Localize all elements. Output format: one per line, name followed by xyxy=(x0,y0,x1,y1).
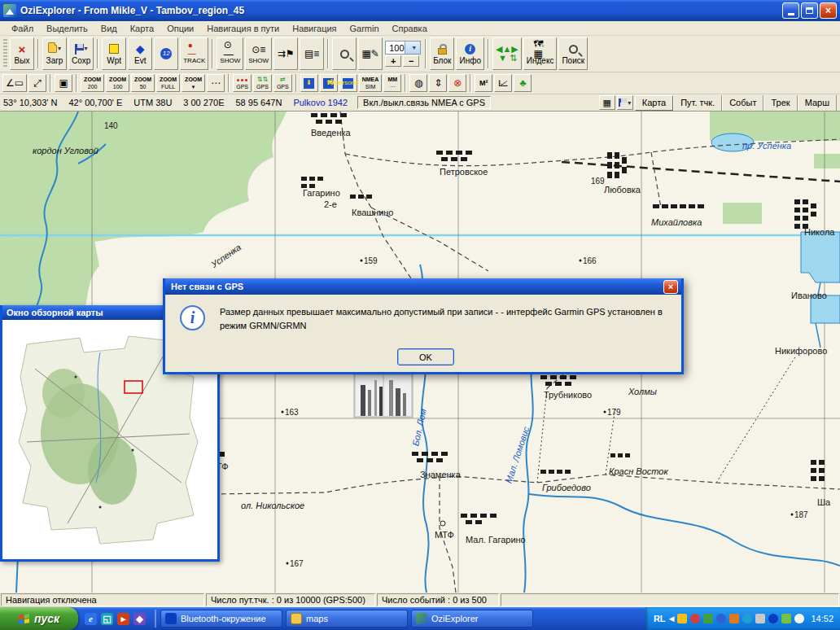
restore-button[interactable] xyxy=(801,2,818,19)
task-icon xyxy=(165,613,177,624)
toolbar-main: × Вых ▾ Загр ▾ Сохр Wpt ◆ Evt 12 ●— TRAC… xyxy=(0,36,840,72)
quicklaunch-browser-icon[interactable]: e xyxy=(85,613,97,625)
load-button[interactable]: ▾ Загр xyxy=(42,37,67,70)
panel-tab[interactable]: Событ xyxy=(722,95,763,111)
tray-icon-2[interactable] xyxy=(690,614,700,623)
panel-tab[interactable]: Пут. тчк. xyxy=(673,95,722,111)
panel-tab[interactable]: Карта xyxy=(635,95,673,111)
gps-updown-button[interactable]: ⇅⇅ GPS xyxy=(253,74,272,92)
nmea-toggle-hint[interactable]: Вкл./выкл.связь NMEA с GPS xyxy=(357,96,491,109)
more-button[interactable]: ⋯ xyxy=(207,74,225,92)
tray-icon-6[interactable] xyxy=(742,614,752,623)
menu-item[interactable]: Справка xyxy=(386,22,434,35)
close-button[interactable]: × xyxy=(820,2,837,19)
track-show-button[interactable]: ⊙— SHOW xyxy=(217,37,243,70)
anchor-button[interactable]: ⇕ xyxy=(429,74,447,92)
zoom-preset-button[interactable]: ZOOM 50 xyxy=(131,74,155,92)
pages-button[interactable]: ▣ xyxy=(55,74,72,92)
dialog-ok-button[interactable]: OK xyxy=(397,348,454,365)
area-button[interactable]: M² xyxy=(475,74,492,92)
status-bar: Навигация отключена Число пут.тчк. : 0 и… xyxy=(0,593,840,607)
system-tray: RL ◀ 14:52 xyxy=(645,607,840,630)
app-icon xyxy=(3,4,16,17)
dialog-title-bar[interactable]: Нет связи с GPS × xyxy=(165,278,681,295)
taskbar-clock[interactable]: 14:52 xyxy=(811,614,833,623)
dialog-close-button[interactable]: × xyxy=(663,280,678,294)
pan-arrows-button[interactable]: ◀▲▶ ▼ ⇅ xyxy=(492,37,522,70)
event-icon: ◆ xyxy=(133,43,147,55)
globe-button[interactable]: ◍ xyxy=(409,74,427,92)
zoom-preset-button[interactable]: ZOOM FULL xyxy=(156,74,180,92)
zoom-preset-button[interactable]: ZOOM 100 xyxy=(106,74,129,92)
menu-item[interactable]: Вид xyxy=(94,22,124,35)
search-button[interactable]: Поиск xyxy=(558,37,588,70)
zoom-select[interactable]: 100 ▼ xyxy=(385,41,421,55)
quicklaunch-desktop-icon[interactable]: ◱ xyxy=(101,613,113,625)
overview-title: Окно обзорной карты xyxy=(7,308,103,317)
zoom-in-button[interactable]: + xyxy=(385,55,401,67)
minimize-button[interactable] xyxy=(782,2,799,19)
quicklaunch-media-icon[interactable]: ▸ xyxy=(117,613,129,625)
tray-icon-1[interactable] xyxy=(677,614,687,623)
lock-button[interactable]: Блок xyxy=(430,37,454,70)
start-button[interactable]: пуск xyxy=(0,607,78,630)
task-icon xyxy=(291,613,302,624)
chevron-left-icon[interactable]: ◀ xyxy=(669,615,675,623)
zoom-preset-button[interactable]: ZOOM 200 xyxy=(81,74,104,92)
route-editor-button[interactable]: ⇉⚑ xyxy=(273,37,298,70)
menu-item[interactable]: Карта xyxy=(124,22,160,35)
nmea-sim-button[interactable]: NMEA SIM xyxy=(359,74,383,92)
quicklaunch-app-icon[interactable]: ◆ xyxy=(133,613,146,625)
ruler-button[interactable]: ∠▭ xyxy=(2,74,27,92)
evt-down-button[interactable]: �personallyv xyxy=(339,74,357,92)
tray-bluetooth-icon[interactable] xyxy=(768,614,778,623)
toolbar-grip[interactable] xyxy=(3,39,7,68)
tray-icon-3[interactable] xyxy=(703,614,713,623)
bearing-button[interactable]: ⤢ xyxy=(28,74,46,92)
tray-icon-7[interactable] xyxy=(755,614,765,623)
gps-waypoints-button[interactable]: GPS xyxy=(233,74,252,92)
mappoint-button[interactable]: 12 xyxy=(154,37,178,70)
index-button[interactable]: 🗺︎▦ Индекс xyxy=(523,37,558,70)
task-button[interactable]: maps xyxy=(286,610,408,628)
terrain-button[interactable]: ♣ xyxy=(514,74,532,92)
zoom-out-button[interactable]: − xyxy=(403,55,419,67)
waypoint-button[interactable]: Wpt xyxy=(102,37,126,70)
chart-icon: 📈︎ xyxy=(498,78,508,88)
zoom-preset-button[interactable]: ZOOM ▾ xyxy=(182,74,205,92)
menu-bar: ФайлВыделитьВидКартаОпцииНавигация в пут… xyxy=(0,21,840,36)
event-button[interactable]: ◆ Evt xyxy=(128,37,152,70)
menu-item[interactable]: Опции xyxy=(160,22,200,35)
map-properties-button[interactable]: ▦✎ xyxy=(358,37,383,70)
tray-icon-9[interactable] xyxy=(781,614,791,623)
magnify-button[interactable] xyxy=(332,37,357,70)
panel-tab[interactable]: Марш xyxy=(798,95,837,111)
wpt-down-button[interactable]: ⬇ xyxy=(300,74,318,92)
track-button[interactable]: ●— TRACK xyxy=(180,37,208,70)
tray-icon-5[interactable] xyxy=(729,614,739,623)
menu-item[interactable]: Garmin xyxy=(343,22,386,35)
grid-toggle-button[interactable]: ▦ xyxy=(599,95,615,110)
save-view-button[interactable]: ▾ xyxy=(617,95,633,110)
mm-button[interactable]: MM ⋯ xyxy=(383,74,401,92)
tray-icon-4[interactable] xyxy=(716,614,726,623)
tray-icon-10[interactable] xyxy=(794,614,804,623)
map-label: пр. Успенка xyxy=(742,141,791,151)
menu-item[interactable]: Выделить xyxy=(40,22,94,35)
save-button[interactable]: ▾ Сохр xyxy=(68,37,94,70)
profile-button[interactable]: 📈︎ xyxy=(494,74,512,92)
language-indicator[interactable]: RL xyxy=(654,614,666,623)
gps-track-button[interactable]: ⇄ GPS xyxy=(273,74,292,92)
exit-button[interactable]: × Вых xyxy=(10,37,34,70)
panel-tab[interactable]: Трек xyxy=(763,95,797,111)
disconnect-button[interactable]: ⊗ xyxy=(448,74,466,92)
list-window-button[interactable]: ▤≡ xyxy=(300,37,324,70)
menu-item[interactable]: Навигация xyxy=(286,22,343,35)
info-button[interactable]: i Инфо xyxy=(456,37,484,70)
task-button[interactable]: OziExplorer xyxy=(411,610,533,628)
task-button[interactable]: Bluetooth-окружение xyxy=(160,610,282,628)
menu-item[interactable]: Файл xyxy=(5,22,40,35)
route-show-button[interactable]: ⊙≡ SHOW xyxy=(245,37,272,70)
chevron-down-icon[interactable]: ▼ xyxy=(405,42,421,54)
menu-item[interactable]: Навигация в пути xyxy=(200,22,286,35)
